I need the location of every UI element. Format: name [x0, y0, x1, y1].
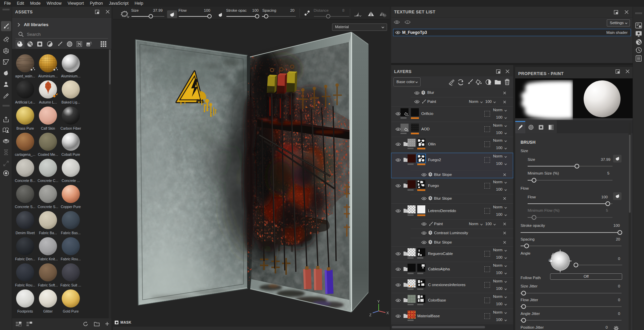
svg-text:1: 1 — [407, 21, 409, 24]
svg-text:Y: Y — [377, 300, 380, 304]
svg-text:S: S — [429, 241, 431, 244]
svg-text:X: X — [386, 311, 389, 315]
svg-text:S: S — [429, 197, 431, 200]
svg-text:Z: Z — [369, 313, 372, 317]
svg-text:S: S — [429, 173, 431, 176]
svg-text:S: S — [422, 91, 424, 94]
svg-text:S: S — [429, 231, 431, 235]
